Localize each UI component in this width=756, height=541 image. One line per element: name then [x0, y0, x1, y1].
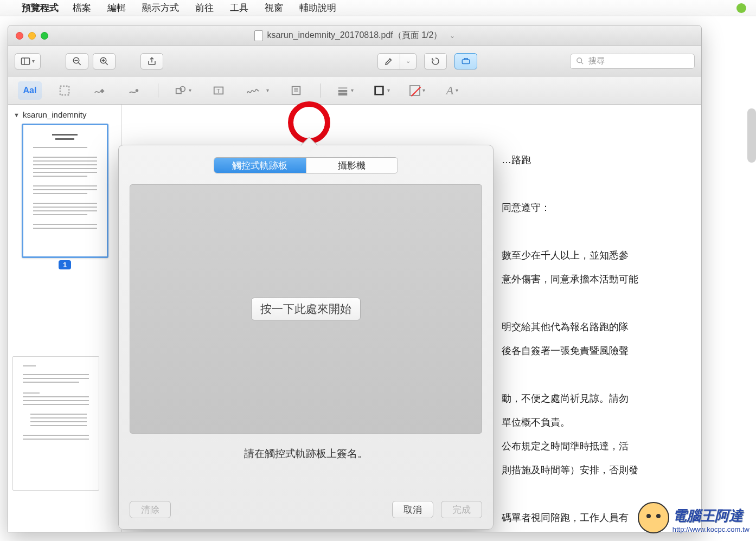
- text-selection-tool[interactable]: AaI: [18, 81, 42, 100]
- signature-hint: 請在觸控式軌跡板上簽名。: [119, 447, 493, 461]
- markup-toolbar: AaI ▾ T ▾ ▾ ▾ ▾ A▾: [8, 76, 701, 105]
- text-style-tool[interactable]: A▾: [440, 81, 464, 100]
- watermark-url: http://www.kocpc.com.tw: [672, 525, 749, 533]
- search-placeholder: 搜尋: [588, 56, 605, 66]
- svg-text:T: T: [216, 87, 220, 94]
- fill-color-tool[interactable]: ▾: [405, 81, 430, 100]
- svg-line-6: [105, 62, 108, 65]
- zoom-out-button[interactable]: [66, 53, 88, 69]
- sign-tool[interactable]: ▾: [241, 81, 273, 100]
- text-tool[interactable]: T: [207, 81, 230, 100]
- disclosure-triangle-icon[interactable]: ▼: [14, 112, 20, 118]
- highlight-dropdown-button[interactable]: ⌄: [400, 53, 417, 69]
- note-tool[interactable]: [284, 81, 308, 100]
- sidebar-doc-name: ksarun_indemnity: [23, 110, 87, 119]
- menu-file[interactable]: 檔案: [73, 2, 91, 14]
- window-traffic-lights: [16, 32, 48, 40]
- border-color-tool[interactable]: ▾: [369, 81, 394, 100]
- mac-menubar: 預覽程式 檔案 編輯 顯示方式 前往 工具 視窗 輔助說明: [0, 0, 756, 16]
- zoom-in-button[interactable]: [93, 53, 116, 69]
- search-icon: [576, 57, 584, 65]
- svg-rect-9: [462, 60, 470, 64]
- signature-canvas[interactable]: 按一下此處來開始: [130, 184, 482, 434]
- svg-rect-12: [60, 86, 69, 95]
- signature-source-segmented: 觸控式軌跡板 攝影機: [214, 157, 398, 173]
- main-toolbar: ▾ ⌄ 搜尋: [8, 46, 701, 76]
- page-thumbnail-2[interactable]: [12, 356, 99, 491]
- svg-line-3: [78, 62, 81, 65]
- border-style-tool[interactable]: ▾: [332, 81, 358, 100]
- page-thumbnail-1[interactable]: 1: [22, 124, 108, 269]
- done-button[interactable]: 完成: [441, 501, 482, 518]
- watermark-title: 電腦王阿達: [672, 506, 749, 525]
- seg-camera[interactable]: 攝影機: [306, 158, 398, 173]
- svg-line-11: [581, 62, 583, 64]
- menu-help[interactable]: 輔助說明: [299, 2, 336, 14]
- menu-view[interactable]: 顯示方式: [142, 2, 179, 14]
- svg-rect-24: [375, 86, 383, 94]
- clear-button[interactable]: 清除: [130, 501, 171, 518]
- sketch-tool[interactable]: [87, 81, 111, 100]
- markup-toggle-button[interactable]: [454, 53, 477, 69]
- document-visible-text: …路跑 同意遵守： 數至少在千人以上，並知悉參 意外傷害，同意承擔本活動可能 明…: [502, 148, 638, 530]
- app-name[interactable]: 預覽程式: [22, 2, 59, 14]
- window-minimize-button[interactable]: [28, 32, 36, 40]
- thumbnails-sidebar[interactable]: ▼ ksarun_indemnity: [8, 105, 122, 532]
- window-zoom-button[interactable]: [41, 32, 48, 40]
- document-icon: [254, 30, 263, 41]
- watermark: 電腦王阿達 http://www.kocpc.com.tw: [638, 502, 749, 533]
- shapes-tool[interactable]: ▾: [170, 81, 196, 100]
- highlight-button[interactable]: [377, 53, 400, 69]
- seg-trackpad[interactable]: 觸控式軌跡板: [214, 158, 306, 173]
- signature-popover: 觸控式軌跡板 攝影機 按一下此處來開始 請在觸控式軌跡板上簽名。 清除 取消 完…: [118, 145, 494, 530]
- svg-rect-0: [22, 58, 30, 65]
- svg-point-13: [136, 89, 138, 92]
- window-close-button[interactable]: [16, 32, 23, 40]
- window-title: ksarun_indemnity_20170818.pdf（頁面 1/2）: [267, 30, 443, 41]
- window-titlebar: ksarun_indemnity_20170818.pdf（頁面 1/2） ⌄: [8, 25, 701, 46]
- watermark-mascot-icon: [638, 502, 669, 533]
- page-scrollbar[interactable]: [747, 108, 756, 163]
- rectangular-selection-tool[interactable]: [53, 81, 76, 100]
- title-dropdown-icon[interactable]: ⌄: [450, 32, 455, 40]
- menu-window[interactable]: 視窗: [265, 2, 283, 14]
- sidebar-toggle-button[interactable]: ▾: [15, 53, 41, 69]
- sidebar-document-header[interactable]: ▼ ksarun_indemnity: [12, 110, 117, 119]
- share-button[interactable]: [140, 53, 163, 69]
- preview-window: ksarun_indemnity_20170818.pdf（頁面 1/2） ⌄ …: [8, 25, 702, 532]
- menu-go[interactable]: 前往: [195, 2, 214, 14]
- cancel-button[interactable]: 取消: [392, 501, 433, 518]
- menu-edit[interactable]: 編輯: [107, 2, 126, 14]
- search-field[interactable]: 搜尋: [570, 54, 695, 69]
- page-number-badge: 1: [59, 260, 71, 269]
- menu-tools[interactable]: 工具: [230, 2, 248, 14]
- draw-tool[interactable]: [122, 81, 146, 100]
- status-indicator-icon[interactable]: [736, 3, 746, 13]
- svg-point-10: [577, 58, 582, 63]
- rotate-button[interactable]: [424, 53, 447, 69]
- start-signing-button[interactable]: 按一下此處來開始: [251, 298, 361, 320]
